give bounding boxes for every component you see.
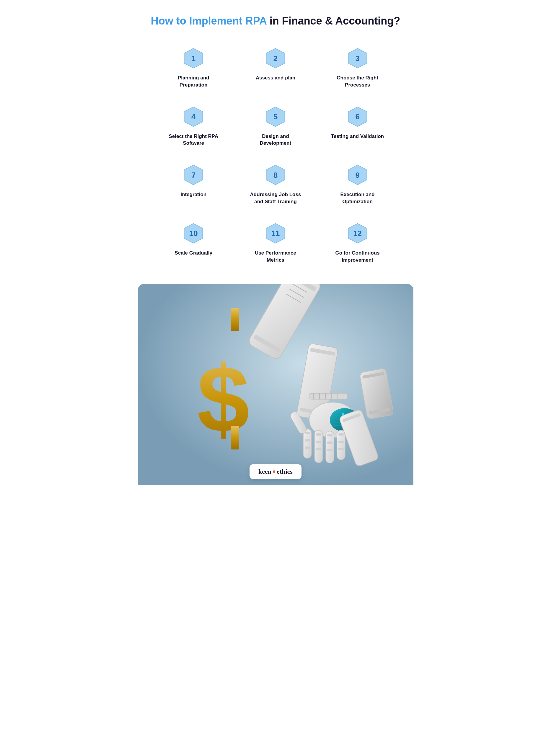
step-number-10: 10: [189, 229, 198, 238]
svg-rect-46: [327, 449, 333, 451]
step-number-4: 4: [191, 112, 195, 121]
step-number-3: 3: [355, 54, 359, 63]
step-number-6: 6: [355, 112, 359, 121]
hexagon-wrapper-7: 7: [183, 164, 204, 186]
step-item-5: 5 Design and Development: [237, 100, 314, 156]
svg-rect-42: [316, 448, 321, 450]
steps-grid-section: 1 Planning and Preparation 2 Assess and …: [138, 36, 413, 284]
step-number-2: 2: [273, 54, 278, 63]
step-number-9: 9: [355, 171, 359, 180]
hexagon-10: 10: [183, 223, 204, 244]
hexagon-wrapper-9: 9: [347, 164, 368, 186]
step-number-8: 8: [273, 171, 278, 180]
step-label-9: Execution and Optimization: [328, 191, 387, 205]
hexagon-wrapper-8: 8: [265, 164, 286, 186]
svg-rect-49: [339, 441, 344, 443]
svg-rect-14: [231, 308, 239, 331]
svg-rect-15: [231, 426, 239, 450]
hexagon-5: 5: [265, 106, 286, 128]
page-title: How to Implement RPA in Finance & Accoun…: [150, 15, 402, 27]
header-section: How to Implement RPA in Finance & Accoun…: [138, 0, 413, 36]
hexagon-7: 7: [183, 164, 204, 186]
svg-rect-40: [316, 433, 321, 436]
hexagon-6: 6: [347, 106, 368, 128]
svg-rect-52: [309, 394, 348, 399]
step-label-3: Choose the Right Processes: [328, 74, 387, 89]
step-item-3: 3 Choose the Right Processes: [320, 42, 396, 97]
step-item-11: 11 Use Performance Metrics: [237, 217, 314, 272]
hexagon-wrapper-2: 2: [265, 48, 286, 69]
svg-text:$: $: [197, 346, 249, 452]
step-label-12: Go for Continuous Improvement: [328, 249, 387, 264]
step-label-4: Select the Right RPA Software: [164, 133, 223, 147]
step-label-6: Testing and Validation: [331, 133, 384, 140]
hexagon-wrapper-10: 10: [183, 223, 204, 244]
hexagon-4: 4: [183, 106, 204, 128]
logo-dot: [273, 471, 275, 473]
svg-rect-38: [305, 447, 310, 449]
step-number-11: 11: [271, 229, 280, 238]
hexagon-9: 9: [347, 164, 368, 186]
step-label-1: Planning and Preparation: [164, 74, 223, 89]
hexagon-wrapper-11: 11: [265, 223, 286, 244]
step-number-7: 7: [191, 171, 195, 180]
hexagon-wrapper-12: 12: [347, 223, 368, 244]
step-item-1: 1 Planning and Preparation: [156, 42, 232, 97]
hexagon-wrapper-1: 1: [183, 48, 204, 69]
step-label-2: Assess and plan: [256, 74, 295, 81]
step-number-12: 12: [353, 229, 362, 238]
step-item-6: 6 Testing and Validation: [320, 100, 396, 156]
svg-rect-37: [305, 439, 310, 442]
step-item-7: 7 Integration: [156, 159, 232, 214]
image-section: $: [138, 284, 413, 485]
hexagon-2: 2: [265, 48, 286, 69]
hexagon-wrapper-5: 5: [265, 106, 286, 128]
title-highlight: How to Implement RPA: [151, 15, 266, 27]
logo-text-part2: ethics: [277, 468, 293, 476]
step-item-8: 8 Addressing Job Loss and Staff Training: [237, 159, 314, 214]
svg-rect-41: [316, 441, 321, 443]
hexagon-wrapper-6: 6: [347, 106, 368, 128]
hexagon-1: 1: [183, 48, 204, 69]
hexagon-12: 12: [347, 223, 368, 244]
page-container: How to Implement RPA in Finance & Accoun…: [138, 0, 413, 485]
step-label-11: Use Performance Metrics: [246, 249, 305, 264]
step-item-4: 4 Select the Right RPA Software: [156, 100, 232, 156]
hexagon-3: 3: [347, 48, 368, 69]
step-item-2: 2 Assess and plan: [237, 42, 314, 97]
hexagon-wrapper-4: 4: [183, 106, 204, 128]
hexagon-8: 8: [265, 164, 286, 186]
step-item-9: 9 Execution and Optimization: [320, 159, 396, 214]
svg-rect-45: [327, 442, 333, 444]
steps-grid: 1 Planning and Preparation 2 Assess and …: [156, 42, 396, 272]
robot-illustration: $: [138, 284, 413, 485]
step-label-7: Integration: [180, 191, 206, 198]
logo-badge: keen ethics: [249, 464, 302, 479]
logo-text-part1: keen: [258, 468, 271, 476]
title-rest: in Finance & Accounting?: [266, 15, 400, 27]
svg-rect-44: [327, 434, 333, 437]
step-item-10: 10 Scale Gradually: [156, 217, 232, 272]
step-label-5: Design and Development: [246, 133, 305, 147]
svg-rect-48: [339, 433, 344, 436]
step-number-1: 1: [191, 54, 195, 63]
step-label-10: Scale Gradually: [175, 249, 212, 257]
step-item-12: 12 Go for Continuous Improvement: [320, 217, 396, 272]
step-number-5: 5: [273, 112, 278, 121]
svg-rect-50: [339, 448, 344, 450]
hexagon-wrapper-3: 3: [347, 48, 368, 69]
hexagon-11: 11: [265, 223, 286, 244]
step-label-8: Addressing Job Loss and Staff Training: [246, 191, 305, 205]
